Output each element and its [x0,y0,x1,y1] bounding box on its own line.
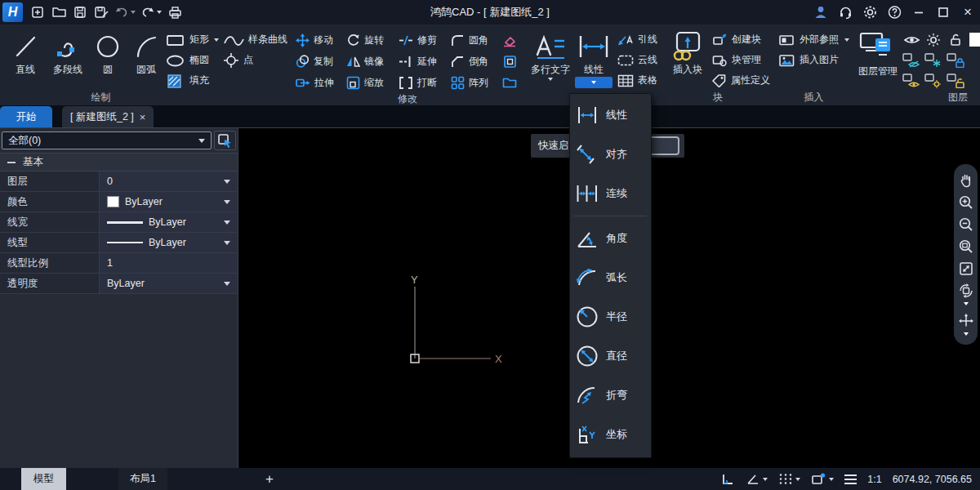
trim-button[interactable]: 修剪 [399,29,451,51]
create-block-button[interactable]: 创建块 [711,29,770,50]
mirror-button[interactable]: 镜像 [346,51,399,72]
prop-linetype-dropdown[interactable]: ByLayer [100,233,238,252]
erase-button[interactable] [500,29,519,51]
arc-button[interactable]: 圆弧 [127,27,166,75]
dim-linear-button[interactable]: 线性 [573,27,614,88]
fillet-button[interactable]: 圆角 [451,29,500,51]
add-layout-button[interactable]: + [265,468,274,490]
menu-item-linear[interactable]: 线性 [570,96,651,135]
support-headset-button[interactable] [833,1,858,24]
object-snap-toggle[interactable] [811,472,834,486]
polar-caret[interactable] [763,478,768,481]
save-as-button[interactable] [91,1,112,24]
selection-filter-dropdown[interactable]: 全部(0) [2,131,212,149]
print-button[interactable] [164,1,185,24]
redo-button[interactable] [138,1,164,24]
layer-color-swatch[interactable] [968,29,980,51]
rotate-button[interactable]: 旋转 [346,29,399,51]
settings-gear-button[interactable] [858,1,882,24]
ortho-mode-toggle[interactable] [720,472,735,486]
mtext-caret[interactable] [548,78,553,81]
axis-move-button[interactable] [958,310,974,332]
group-button[interactable] [500,72,519,93]
zoom-extents-button[interactable] [958,258,974,279]
mtext-button[interactable]: 多行文字 [528,27,573,81]
layer-thaw-button[interactable] [924,70,943,91]
spline-button[interactable]: 样条曲线 [214,29,287,50]
array-button[interactable]: 阵列 [451,72,500,93]
close-button[interactable]: × [956,1,980,24]
polyline-button[interactable]: 多段线 [47,27,89,75]
orbit-button[interactable] [958,280,974,301]
copy-button[interactable]: 复制 [296,51,346,72]
undo-button[interactable] [112,1,138,24]
prop-layer-dropdown[interactable]: 0 [100,172,238,191]
layer-unlock-button[interactable] [946,70,965,91]
menu-item-arclength[interactable]: 弧长 [570,258,651,297]
layer-freeze-button[interactable] [924,50,943,71]
chamfer-button[interactable]: 倒角 [451,51,500,72]
circle-button[interactable]: 圆 [89,27,127,75]
move-button[interactable]: 移动 [296,29,346,51]
spline-flyout-caret[interactable] [214,38,219,42]
layout1-tab[interactable]: 布局1 [118,468,167,490]
insert-image-button[interactable]: 插入图片 [778,50,849,70]
attr-def-button[interactable]: 属性定义 [711,70,770,91]
model-space-tab[interactable]: 模型 [21,468,66,490]
section-header-basic[interactable]: 基本 [0,153,238,172]
xref-button[interactable]: 外部参照 [778,29,849,50]
menu-item-angular[interactable]: 角度 [570,219,651,258]
prop-lineweight-dropdown[interactable]: ByLayer [100,212,238,232]
menu-item-aligned[interactable]: 对齐 [570,135,651,174]
menu-item-radius[interactable]: 半径 [570,297,651,336]
prop-transparency-dropdown[interactable]: ByLayer [100,274,238,293]
user-account-button[interactable] [808,1,833,24]
grid-caret[interactable] [795,478,800,481]
layer-on-button[interactable] [902,70,921,91]
menu-item-ordinate[interactable]: 坐标 [570,415,651,454]
save-button[interactable] [69,1,91,24]
scale-indicator[interactable]: 1:1 [867,474,881,485]
axis-caret[interactable] [964,332,969,340]
zoom-out-button[interactable] [958,214,974,235]
line-button[interactable]: 直线 [4,27,47,75]
orbit-caret[interactable] [964,302,969,310]
menu-item-jogged[interactable]: 折弯 [570,376,651,415]
hatch-button[interactable]: 填充 [166,70,209,91]
pan-hand-button[interactable] [958,170,974,191]
rectangle-button[interactable]: 矩形 [166,29,209,50]
layer-unlock-icon[interactable] [946,29,965,51]
dim-dropdown-button[interactable] [575,77,612,88]
leader-button[interactable]: 引线 [617,29,657,50]
tab-drawing[interactable]: [ 新建图纸_2 ] × [62,106,154,127]
xref-caret[interactable] [844,38,849,42]
zoom-in-button[interactable] [958,192,974,213]
zoom-window-button[interactable] [958,236,974,257]
tab-close-icon[interactable]: × [140,111,146,123]
quick-select-button[interactable] [214,131,236,150]
break-button[interactable]: 打断 [399,72,451,93]
layer-off-button[interactable] [902,50,921,71]
layer-lock-button[interactable] [946,50,965,71]
help-button[interactable] [882,1,906,24]
scale-button[interactable]: 缩放 [346,72,399,93]
block-manage-button[interactable]: 块管理 [711,50,770,70]
prop-ltscale-field[interactable]: 1 [100,253,238,273]
osnap-caret[interactable] [829,478,834,481]
minimize-button[interactable] [906,1,931,24]
stretch-button[interactable]: 拉伸 [296,72,346,93]
tab-start[interactable]: 开始 [0,106,52,127]
layer-sun-icon[interactable] [924,29,943,51]
layer-visibility-eye-icon[interactable] [902,29,921,51]
snap-grid-toggle[interactable] [778,472,800,486]
maximize-button[interactable] [931,1,956,24]
table-button[interactable]: 表格 [617,70,657,91]
new-file-button[interactable] [27,1,48,24]
menu-item-continue[interactable]: 连续 [570,174,651,213]
polar-tracking-toggle[interactable] [746,472,768,486]
open-file-button[interactable] [48,1,69,24]
menu-item-diameter[interactable]: 直径 [570,336,651,376]
extend-button[interactable]: 延伸 [399,51,451,72]
clip-button[interactable] [500,51,519,72]
status-menu-button[interactable] [844,474,857,484]
